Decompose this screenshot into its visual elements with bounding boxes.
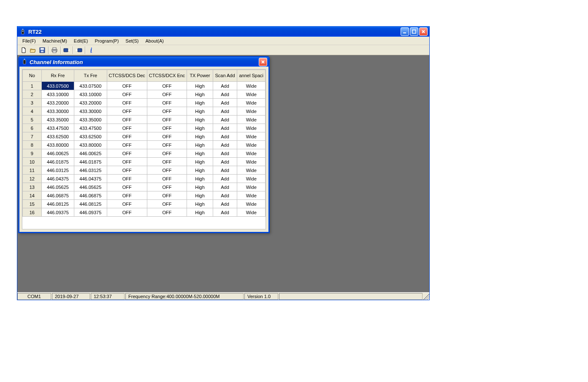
cell-tx-power[interactable]: High bbox=[187, 175, 213, 183]
cell-tx-fre[interactable]: 446.04375 bbox=[74, 175, 107, 183]
cell-ctcss-dec[interactable]: OFF bbox=[107, 149, 147, 158]
cell-channel-spacing[interactable]: Wide bbox=[237, 141, 266, 149]
cell-tx-fre[interactable]: 433.30000 bbox=[74, 107, 107, 116]
save-icon[interactable] bbox=[38, 46, 47, 54]
cell-rx-fre[interactable]: 446.04375 bbox=[41, 175, 74, 183]
cell-scan-add[interactable]: Add bbox=[213, 200, 237, 208]
table-row[interactable]: 4433.30000433.30000OFFOFFHighAddWide bbox=[23, 107, 266, 116]
cell-tx-power[interactable]: High bbox=[187, 200, 213, 208]
row-number[interactable]: 12 bbox=[23, 175, 42, 183]
cell-tx-power[interactable]: High bbox=[187, 183, 213, 191]
cell-tx-fre[interactable]: 446.08125 bbox=[74, 200, 107, 208]
cell-tx-power[interactable]: High bbox=[187, 116, 213, 124]
cell-scan-add[interactable]: Add bbox=[213, 149, 237, 158]
cell-ctcss-enc[interactable]: OFF bbox=[147, 208, 187, 217]
cell-scan-add[interactable]: Add bbox=[213, 124, 237, 132]
cell-scan-add[interactable]: Add bbox=[213, 191, 237, 200]
menu-file[interactable]: File(F) bbox=[19, 38, 39, 44]
cell-tx-fre[interactable]: 446.09375 bbox=[74, 208, 107, 217]
cell-tx-power[interactable]: High bbox=[187, 158, 213, 166]
table-row[interactable]: 5433.35000433.35000OFFOFFHighAddWide bbox=[23, 116, 266, 124]
cell-ctcss-enc[interactable]: OFF bbox=[147, 116, 187, 124]
new-file-icon[interactable] bbox=[19, 46, 28, 54]
cell-tx-fre[interactable]: 446.01875 bbox=[74, 158, 107, 166]
row-number[interactable]: 5 bbox=[23, 116, 42, 124]
col-header-no[interactable]: No bbox=[23, 70, 42, 82]
cell-rx-fre[interactable]: 446.05625 bbox=[41, 183, 74, 191]
col-header-dec[interactable]: CTCSS/DCS Dec bbox=[107, 70, 147, 82]
cell-tx-power[interactable]: High bbox=[187, 208, 213, 217]
cell-ctcss-dec[interactable]: OFF bbox=[107, 158, 147, 166]
cell-ctcss-enc[interactable]: OFF bbox=[147, 107, 187, 116]
minimize-button[interactable] bbox=[401, 27, 409, 36]
cell-channel-spacing[interactable]: Wide bbox=[237, 107, 266, 116]
table-row[interactable]: 16446.09375446.09375OFFOFFHighAddWide bbox=[23, 208, 266, 217]
cell-channel-spacing[interactable]: Wide bbox=[237, 99, 266, 107]
cell-ctcss-enc[interactable]: OFF bbox=[147, 82, 187, 90]
cell-ctcss-enc[interactable]: OFF bbox=[147, 124, 187, 132]
cell-rx-fre[interactable]: 446.00625 bbox=[41, 149, 74, 158]
col-header-spacing[interactable]: annel Spaci bbox=[237, 70, 266, 82]
row-number[interactable]: 10 bbox=[23, 158, 42, 166]
cell-tx-fre[interactable]: 446.06875 bbox=[74, 191, 107, 200]
cell-rx-fre[interactable]: 433.20000 bbox=[41, 99, 74, 107]
cell-tx-power[interactable]: High bbox=[187, 107, 213, 116]
row-number[interactable]: 11 bbox=[23, 166, 42, 175]
row-number[interactable]: 7 bbox=[23, 132, 42, 141]
child-title-bar[interactable]: Channel Information bbox=[19, 57, 268, 67]
table-row[interactable]: 10446.01875446.01875OFFOFFHighAddWide bbox=[23, 158, 266, 166]
cell-tx-fre[interactable]: 433.10000 bbox=[74, 90, 107, 99]
write-to-radio-icon[interactable] bbox=[74, 46, 84, 54]
row-number[interactable]: 15 bbox=[23, 200, 42, 208]
table-row[interactable]: 13446.05625446.05625OFFOFFHighAddWide bbox=[23, 183, 266, 191]
col-header-enc[interactable]: CTCSS/DCX Enc bbox=[147, 70, 187, 82]
cell-channel-spacing[interactable]: Wide bbox=[237, 132, 266, 141]
cell-scan-add[interactable]: Add bbox=[213, 141, 237, 149]
cell-scan-add[interactable]: Add bbox=[213, 99, 237, 107]
table-row[interactable]: 6433.47500433.47500OFFOFFHighAddWide bbox=[23, 124, 266, 132]
cell-tx-fre[interactable]: 433.80000 bbox=[74, 141, 107, 149]
cell-ctcss-dec[interactable]: OFF bbox=[107, 183, 147, 191]
cell-tx-power[interactable]: High bbox=[187, 90, 213, 99]
cell-ctcss-enc[interactable]: OFF bbox=[147, 158, 187, 166]
cell-tx-fre[interactable]: 433.47500 bbox=[74, 124, 107, 132]
cell-scan-add[interactable]: Add bbox=[213, 90, 237, 99]
table-row[interactable]: 11446.03125446.03125OFFOFFHighAddWide bbox=[23, 166, 266, 175]
channel-grid[interactable]: No Rx Fre Tx Fre CTCSS/DCS Dec CTCSS/DCX… bbox=[22, 70, 266, 217]
col-header-pwr[interactable]: TX Power bbox=[187, 70, 213, 82]
table-row[interactable]: 7433.62500433.62500OFFOFFHighAddWide bbox=[23, 132, 266, 141]
title-bar[interactable]: RT22 bbox=[17, 27, 429, 37]
cell-ctcss-dec[interactable]: OFF bbox=[107, 175, 147, 183]
cell-tx-power[interactable]: High bbox=[187, 132, 213, 141]
cell-channel-spacing[interactable]: Wide bbox=[237, 166, 266, 175]
cell-rx-fre[interactable]: 433.62500 bbox=[41, 132, 74, 141]
menu-about[interactable]: About(A) bbox=[142, 38, 167, 44]
cell-channel-spacing[interactable]: Wide bbox=[237, 200, 266, 208]
cell-ctcss-dec[interactable]: OFF bbox=[107, 191, 147, 200]
info-icon[interactable]: i bbox=[87, 46, 96, 54]
cell-tx-fre[interactable]: 446.05625 bbox=[74, 183, 107, 191]
cell-channel-spacing[interactable]: Wide bbox=[237, 208, 266, 217]
resize-grip-icon[interactable] bbox=[423, 294, 429, 300]
table-row[interactable]: 2433.10000433.10000OFFOFFHighAddWide bbox=[23, 90, 266, 99]
cell-tx-fre[interactable]: 433.62500 bbox=[74, 132, 107, 141]
cell-ctcss-enc[interactable]: OFF bbox=[147, 90, 187, 99]
cell-ctcss-enc[interactable]: OFF bbox=[147, 132, 187, 141]
cell-scan-add[interactable]: Add bbox=[213, 82, 237, 90]
cell-rx-fre[interactable]: 433.10000 bbox=[41, 90, 74, 99]
cell-ctcss-dec[interactable]: OFF bbox=[107, 124, 147, 132]
col-header-rx[interactable]: Rx Fre bbox=[41, 70, 74, 82]
cell-ctcss-enc[interactable]: OFF bbox=[147, 191, 187, 200]
row-number[interactable]: 16 bbox=[23, 208, 42, 217]
cell-scan-add[interactable]: Add bbox=[213, 175, 237, 183]
cell-scan-add[interactable]: Add bbox=[213, 208, 237, 217]
cell-channel-spacing[interactable]: Wide bbox=[237, 124, 266, 132]
table-row[interactable]: 8433.80000433.80000OFFOFFHighAddWide bbox=[23, 141, 266, 149]
table-row[interactable]: 9446.00625446.00625OFFOFFHighAddWide bbox=[23, 149, 266, 158]
cell-rx-fre[interactable]: 433.07500 bbox=[41, 82, 74, 90]
row-number[interactable]: 2 bbox=[23, 90, 42, 99]
cell-ctcss-dec[interactable]: OFF bbox=[107, 132, 147, 141]
cell-ctcss-dec[interactable]: OFF bbox=[107, 82, 147, 90]
menu-edit[interactable]: Edit(E) bbox=[70, 38, 92, 44]
cell-rx-fre[interactable]: 446.08125 bbox=[41, 200, 74, 208]
